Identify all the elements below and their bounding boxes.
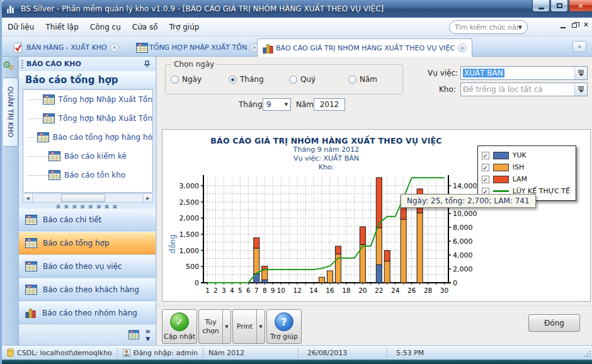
- sidebar-header: BÁO CÁO KHO: [19, 57, 156, 71]
- scrollbar-thumb[interactable]: [61, 194, 105, 202]
- svg-text:8: 8: [263, 287, 267, 294]
- legend-swatch: [493, 176, 509, 183]
- kho-label: Kho:: [439, 85, 456, 94]
- sidebar-group-1[interactable]: Báo cáo chi tiết: [19, 208, 156, 231]
- month-value: 9: [263, 100, 282, 109]
- sidebar-group-label: Báo cáo theo khách hàng: [43, 285, 139, 294]
- date-segment: 26/08/2013: [299, 346, 387, 360]
- mdi-restore-button[interactable]: [572, 23, 577, 28]
- sidebar-group-5[interactable]: Báo cáo theo nhóm hàng: [19, 302, 156, 324]
- svg-text:2,000: 2,000: [453, 265, 473, 273]
- svg-text:8,000: 8,000: [453, 224, 473, 232]
- tree-item-5[interactable]: Báo cáo tồn kho: [23, 166, 152, 185]
- chart-tooltip: Ngày: 25, tổng: 2,700; LAM: 741: [401, 194, 536, 208]
- document-tab-strip: BÁN HÀNG - XUẤT KHO✕TỔNG HỢP NHẬP XUẤT T…: [2, 37, 592, 57]
- sidebar-group-4[interactable]: Báo cáo theo khách hàng: [19, 278, 156, 301]
- menu-item-3[interactable]: Công cụ: [84, 20, 127, 34]
- tree-connector: [28, 118, 42, 119]
- tree-connector: [28, 100, 42, 100]
- tree-item-3[interactable]: Báo cáo tổng hợp hàng hó: [23, 128, 152, 147]
- kho-combo[interactable]: Để trống là lọc tất cả: [460, 82, 588, 96]
- svg-text:0: 0: [195, 279, 199, 287]
- tab-close-icon[interactable]: ✕: [110, 43, 119, 52]
- tab-close-icon[interactable]: ✕: [458, 43, 467, 52]
- svg-text:20: 20: [358, 287, 367, 294]
- tab-2[interactable]: TỔNG HỢP NHẬP XUẤT TỒN✕: [131, 39, 264, 56]
- sidebar-group-2[interactable]: Báo cáo tổng hợp: [19, 232, 156, 254]
- search-placeholder: Tìm kiếm chức năng: [455, 23, 518, 31]
- svg-text:14,000: 14,000: [453, 182, 477, 190]
- pin-icon[interactable]: [144, 60, 151, 68]
- chevron-down-icon[interactable]: ▼: [256, 310, 265, 343]
- sidebar-group-label: Báo cáo chi tiết: [43, 215, 101, 224]
- checkbox-checked-icon[interactable]: ✓: [482, 176, 489, 183]
- table-icon: [43, 113, 55, 123]
- configure-buttons-chevron[interactable]: »▼: [145, 328, 151, 342]
- print-button[interactable]: Print ▼: [232, 309, 265, 344]
- tab-list-dropdown-button[interactable]: »: [572, 41, 586, 52]
- tab-3[interactable]: BÁO CÁO GIÁ TRỊ NHÓM HÀNG XUẤT THEO VỤ V…: [257, 38, 472, 57]
- update-button[interactable]: ✓ Cập nhật: [162, 309, 197, 344]
- combo-dropdown-icon[interactable]: [574, 83, 587, 96]
- checkbox-checked-icon[interactable]: ✓: [482, 152, 489, 159]
- app-window: BS Silver - Phần mềm quản lý kho v1.0.9 …: [0, 0, 592, 364]
- chart-panel: BÁO CÁO GIÁ TRỊ NHÓM HÀNG XUẤT THEO VỤ V…: [162, 129, 591, 302]
- tree-item-4[interactable]: Báo cáo kiểm kê: [23, 147, 152, 166]
- tree-horizontal-scrollbar[interactable]: ◀ ▶: [23, 193, 153, 203]
- svg-text:0: 0: [453, 279, 457, 287]
- menu-item-5[interactable]: Trợ giúp: [164, 20, 205, 34]
- tab-1[interactable]: BÁN HÀNG - XUẤT KHO✕: [8, 39, 124, 56]
- case-combo[interactable]: XUẤT BÁN: [460, 66, 588, 80]
- combo-dropdown-icon[interactable]: [574, 67, 587, 79]
- sidebar-section-title: Báo cáo tổng hợp: [19, 71, 156, 89]
- login-text: Đăng nhập: admin: [134, 349, 198, 357]
- dong-close-button[interactable]: Đóng: [528, 314, 580, 332]
- case-row: Vụ việc: XUẤT BÁN: [157, 66, 592, 80]
- sidebar-group-3[interactable]: Báo cáo theo vụ việc: [19, 255, 156, 278]
- menu-item-4[interactable]: Cửa sổ: [127, 20, 164, 34]
- help-button[interactable]: ? Trợ giúp: [266, 309, 302, 344]
- nav-tab-quan-tri-kho[interactable]: QUẢN TRỊ KHO: [3, 77, 18, 147]
- maximize-button[interactable]: [550, 0, 568, 12]
- scroll-right-arrow[interactable]: ▶: [143, 194, 152, 202]
- chart-plot: 05001,0001,5002,0002,5003,00002,0004,000…: [168, 173, 482, 302]
- close-button[interactable]: ✕: [569, 0, 592, 12]
- database-icon: [7, 348, 14, 357]
- search-functions-combo[interactable]: Tìm kiếm chức năng ▼: [449, 20, 528, 34]
- mdi-minimize-button[interactable]: [561, 27, 566, 28]
- bar-chart-icon: [25, 308, 37, 318]
- section-title-text: Báo cáo tổng hợp: [25, 74, 118, 86]
- chevron-down-icon[interactable]: ▼: [282, 99, 290, 110]
- options-button[interactable]: Tùy chọn ▼: [198, 309, 231, 344]
- sidebar-group-label: Báo cáo tổng hợp: [43, 239, 110, 247]
- table-icon: [25, 238, 37, 248]
- year-input[interactable]: 2012: [314, 98, 345, 111]
- csdl-text: CSDL: localhost\demoqlkho: [17, 349, 112, 357]
- svg-text:22: 22: [375, 287, 383, 294]
- tree-connector: [28, 156, 47, 157]
- menu-item-1[interactable]: Dữ liệu: [2, 20, 40, 34]
- chevron-down-icon[interactable]: ▼: [222, 310, 231, 343]
- tree-item-2[interactable]: Tổng hợp Nhập Xuất Tồn: [23, 109, 152, 128]
- chevron-down-icon[interactable]: ▼: [145, 336, 151, 342]
- table-icon: [25, 215, 37, 225]
- minimize-button[interactable]: [532, 0, 550, 12]
- svg-text:12: 12: [293, 287, 301, 294]
- month-year-row: Tháng: 9 ▼ Năm: 2012: [157, 98, 409, 112]
- menu-item-2[interactable]: Thiết lập: [40, 20, 84, 34]
- svg-text:3,000: 3,000: [179, 182, 200, 190]
- svg-text:2: 2: [213, 287, 218, 294]
- month-dropdown[interactable]: 9 ▼: [263, 98, 291, 111]
- resize-grip[interactable]: [584, 350, 591, 358]
- mdi-close-button[interactable]: ✕: [583, 22, 589, 28]
- tree-item-1[interactable]: Tổng hợp Nhập Xuất Tồn: [23, 90, 152, 109]
- scrollbar-track[interactable]: [105, 194, 143, 202]
- table-icon[interactable]: [128, 330, 139, 339]
- svg-text:6: 6: [246, 287, 251, 294]
- legend-swatch: [493, 152, 509, 159]
- login-segment: Đăng nhập: admin: [118, 346, 203, 360]
- checkbox-checked-icon[interactable]: ✓: [482, 164, 489, 171]
- scroll-left-arrow[interactable]: ◀: [23, 194, 33, 202]
- svg-text:28: 28: [424, 287, 432, 294]
- bottom-toolbar: ✓ Cập nhật Tùy chọn ▼ Print ▼ ? Trợ giúp…: [157, 305, 592, 345]
